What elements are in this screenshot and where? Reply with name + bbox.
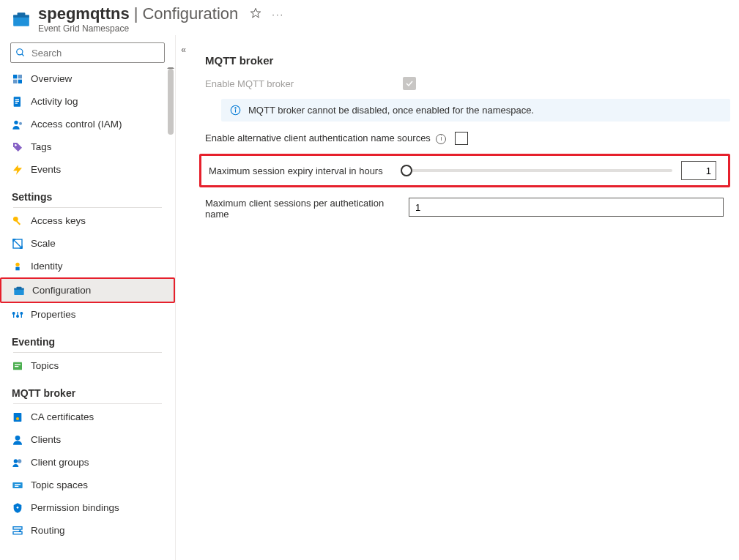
sidebar-item-scale[interactable]: Scale <box>0 232 175 255</box>
access-keys-icon <box>12 215 23 227</box>
svg-point-16 <box>15 144 17 146</box>
sidebar-item-label: Clients <box>31 433 61 447</box>
max-sessions-input[interactable] <box>409 198 724 217</box>
svg-rect-42 <box>12 482 22 488</box>
tags-icon <box>12 141 23 153</box>
svg-point-32 <box>17 315 19 317</box>
sidebar-item-clients[interactable]: Clients <box>0 428 175 451</box>
svg-rect-9 <box>18 79 22 83</box>
sidebar-item-label: Events <box>31 163 61 176</box>
sidebar-item-access-control[interactable]: Access control (IAM) <box>0 113 175 135</box>
sidebar-item-identity[interactable]: Identity <box>0 255 175 277</box>
svg-line-21 <box>13 239 18 244</box>
ca-certificates-icon <box>12 411 23 423</box>
topics-icon <box>12 360 23 372</box>
sidebar-item-label: Scale <box>31 236 56 250</box>
nav-group-settings: Settings <box>0 181 175 207</box>
session-expiry-label: Maximum session expiry interval in hours <box>209 165 398 176</box>
svg-rect-27 <box>17 286 22 288</box>
sidebar-search[interactable] <box>10 42 165 63</box>
sidebar-scrollbar[interactable] <box>168 67 174 560</box>
sidebar-item-label: Access keys <box>31 214 86 228</box>
svg-rect-46 <box>13 526 22 529</box>
alt-auth-info-icon[interactable]: i <box>436 134 446 144</box>
client-groups-icon <box>12 457 23 468</box>
permission-bindings-icon <box>12 502 23 514</box>
sidebar-item-label: CA certificates <box>31 410 94 424</box>
svg-rect-36 <box>15 366 18 367</box>
sidebar-item-label: Topic spaces <box>31 478 88 492</box>
page-title: Configuration <box>142 4 238 23</box>
sidebar-item-label: Permission bindings <box>31 501 119 515</box>
svg-rect-24 <box>15 266 19 270</box>
svg-rect-43 <box>15 484 21 485</box>
more-icon[interactable]: ··· <box>272 9 284 20</box>
svg-rect-19 <box>16 220 21 225</box>
slider-thumb[interactable] <box>401 165 412 176</box>
enable-broker-label: Enable MQTT broker <box>205 78 394 89</box>
svg-point-38 <box>16 417 19 420</box>
svg-point-40 <box>14 459 18 463</box>
resource-type: Event Grid Namespace <box>38 23 284 34</box>
scroll-thumb[interactable] <box>168 69 174 135</box>
svg-rect-13 <box>15 102 18 103</box>
identity-icon <box>12 261 23 272</box>
access-control-icon <box>12 119 23 130</box>
section-title: MQTT broker <box>205 54 730 67</box>
svg-point-18 <box>13 217 18 222</box>
sidebar-item-activity-log[interactable]: Activity log <box>0 90 175 113</box>
svg-point-45 <box>17 507 19 509</box>
svg-point-39 <box>15 436 21 441</box>
info-icon <box>230 105 241 116</box>
svg-point-23 <box>15 262 19 266</box>
sidebar-item-label: Tags <box>31 140 52 154</box>
svg-rect-2 <box>18 12 26 15</box>
sidebar-item-label: Properties <box>31 307 76 321</box>
resource-name: spegmqttns <box>38 4 130 23</box>
sidebar-item-properties[interactable]: Properties <box>0 303 175 326</box>
svg-rect-8 <box>13 79 17 83</box>
svg-point-4 <box>17 49 23 55</box>
events-icon <box>12 164 23 176</box>
sidebar-item-events[interactable]: Events <box>0 158 175 181</box>
svg-rect-35 <box>15 364 21 365</box>
sidebar-item-topics[interactable]: Topics <box>0 354 175 377</box>
session-expiry-slider[interactable] <box>406 169 672 172</box>
page-header: spegmqttns | Configuration ··· Event Gri… <box>0 0 739 35</box>
search-input[interactable] <box>30 47 160 59</box>
sidebar-item-overview[interactable]: Overview <box>0 67 175 90</box>
svg-rect-11 <box>15 99 19 100</box>
svg-rect-44 <box>15 485 18 486</box>
favorite-star-icon[interactable] <box>250 7 261 21</box>
checkmark-icon <box>405 79 414 88</box>
svg-point-31 <box>12 312 15 314</box>
svg-point-33 <box>21 312 23 314</box>
svg-marker-3 <box>251 8 261 18</box>
sidebar-item-access-keys[interactable]: Access keys <box>0 209 175 232</box>
sidebar-item-label: Client groups <box>31 455 89 469</box>
svg-line-5 <box>22 54 24 56</box>
clients-icon <box>12 434 23 446</box>
svg-point-50 <box>235 108 236 108</box>
title-separator: | <box>133 4 140 23</box>
scale-icon <box>12 238 23 250</box>
info-banner-text: MQTT broker cannot be disabled, once ena… <box>248 105 534 116</box>
routing-icon <box>12 525 23 537</box>
sidebar: « OverviewActivity logAccess control (IA… <box>0 35 176 560</box>
sidebar-item-routing[interactable]: Routing <box>0 519 175 542</box>
sidebar-item-configuration[interactable]: Configuration <box>0 277 175 303</box>
session-expiry-value[interactable] <box>681 161 716 180</box>
configuration-icon <box>13 285 25 296</box>
sidebar-item-ca-certificates[interactable]: CA certificates <box>0 406 175 428</box>
sidebar-item-topic-spaces[interactable]: Topic spaces <box>0 474 175 496</box>
nav-group-mqtt-broker: MQTT broker <box>0 377 175 403</box>
sidebar-item-client-groups[interactable]: Client groups <box>0 451 175 474</box>
sidebar-item-permission-bindings[interactable]: Permission bindings <box>0 496 175 519</box>
nav-group-eventing: Eventing <box>0 326 175 352</box>
topic-spaces-icon <box>12 479 23 491</box>
svg-marker-17 <box>13 165 22 174</box>
sidebar-item-tags[interactable]: Tags <box>0 135 175 158</box>
alt-auth-checkbox[interactable] <box>455 132 468 145</box>
collapse-sidebar-icon[interactable]: « <box>181 45 186 55</box>
svg-rect-12 <box>15 100 19 101</box>
